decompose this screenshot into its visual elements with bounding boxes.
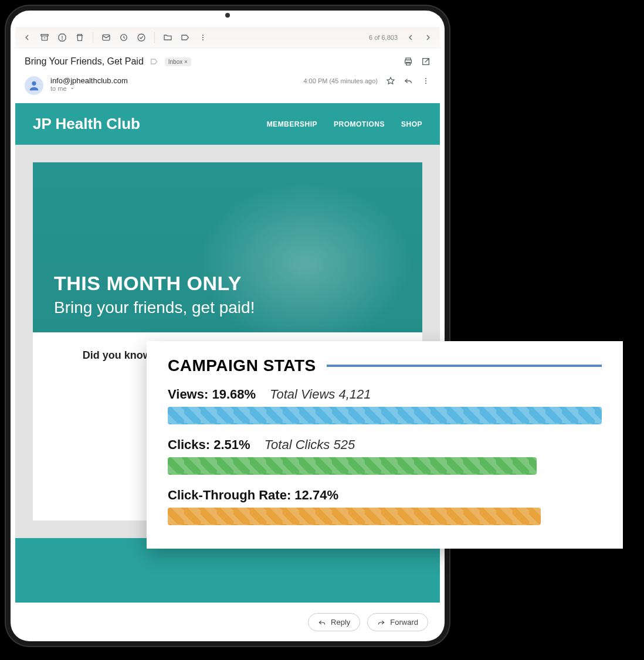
- hero-banner: THIS MONTH ONLY Bring your friends, get …: [33, 162, 422, 332]
- inbox-chip[interactable]: Inbox ×: [165, 57, 191, 66]
- reply-button[interactable]: Reply: [308, 613, 360, 631]
- tablet-frame: 6 of 6,803 Bring Your Friends, Get Paid …: [5, 5, 450, 647]
- stat-clicks-total: Total Clicks 525: [265, 437, 355, 453]
- nav-membership[interactable]: MEMBERSHIP: [267, 120, 317, 128]
- stat-clicks-label: Clicks: 2.51%: [168, 437, 250, 453]
- svg-point-14: [32, 81, 36, 86]
- back-icon[interactable]: [22, 33, 32, 42]
- message-more-icon[interactable]: [421, 76, 431, 86]
- reply-arrow-icon: [318, 618, 326, 627]
- delete-icon[interactable]: [75, 33, 84, 42]
- pager-next-icon[interactable]: [423, 33, 433, 42]
- stats-title-line: [327, 365, 602, 367]
- pager-prev-icon[interactable]: [406, 33, 415, 42]
- stat-clicks: Clicks: 2.51% Total Clicks 525: [168, 437, 602, 475]
- nav-shop[interactable]: SHOP: [401, 120, 422, 128]
- reply-icon[interactable]: [404, 76, 413, 86]
- open-new-window-icon[interactable]: [421, 57, 431, 66]
- brand-nav: MEMBERSHIP PROMOTIONS SHOP: [267, 120, 422, 128]
- email-subject: Bring Your Friends, Get Paid: [25, 56, 144, 67]
- brand-bar: JP Health Club MEMBERSHIP PROMOTIONS SHO…: [15, 103, 440, 145]
- email-toolbar: 6 of 6,803: [15, 27, 440, 48]
- hero-subtitle: Bring your friends, get paid!: [54, 298, 401, 317]
- stat-clicks-bar: [168, 457, 537, 475]
- stat-views: Views: 19.68% Total Views 4,121: [168, 387, 602, 424]
- svg-point-15: [425, 78, 426, 79]
- forward-button[interactable]: Forward: [367, 613, 428, 631]
- svg-point-16: [425, 80, 426, 81]
- campaign-stats-card: CAMPAIGN STATS Views: 19.68% Total Views…: [147, 341, 623, 549]
- important-marker-icon[interactable]: [150, 57, 159, 66]
- svg-point-6: [138, 34, 145, 41]
- hero-title: THIS MONTH ONLY: [54, 272, 401, 295]
- archive-icon[interactable]: [40, 33, 49, 42]
- brand-title: JP Health Club: [33, 115, 140, 133]
- forward-label: Forward: [390, 618, 418, 627]
- forward-arrow-icon: [377, 618, 385, 627]
- svg-point-17: [425, 83, 426, 84]
- more-icon[interactable]: [198, 33, 208, 42]
- reply-row: Reply Forward: [15, 603, 440, 634]
- spam-icon[interactable]: [57, 33, 67, 42]
- toolbar-divider: [154, 32, 155, 43]
- svg-point-9: [202, 39, 204, 40]
- stats-title: CAMPAIGN STATS: [168, 356, 316, 375]
- stat-views-bar: [168, 407, 602, 424]
- star-icon[interactable]: [386, 76, 395, 86]
- add-task-icon[interactable]: [137, 33, 146, 42]
- mark-unread-icon[interactable]: [101, 33, 111, 42]
- subject-row: Bring Your Friends, Get Paid Inbox ×: [15, 48, 440, 73]
- print-icon[interactable]: [404, 57, 413, 66]
- stat-views-total: Total Views 4,121: [270, 387, 371, 402]
- stat-ctr-label: Click-Through Rate: 12.74%: [168, 488, 338, 503]
- snooze-icon[interactable]: [119, 33, 128, 42]
- sender-email: info@jphealthclub.com: [50, 76, 128, 85]
- svg-point-3: [62, 39, 63, 39]
- email-time: 4:00 PM (45 minutes ago): [303, 77, 378, 84]
- reply-label: Reply: [331, 618, 350, 627]
- to-line: to me: [50, 85, 67, 92]
- pager-text: 6 of 6,803: [369, 34, 398, 41]
- nav-promotions[interactable]: PROMOTIONS: [334, 120, 385, 128]
- stat-ctr-bar: [168, 508, 541, 525]
- labels-icon[interactable]: [181, 33, 190, 42]
- stat-views-label: Views: 19.68%: [168, 387, 256, 402]
- move-to-icon[interactable]: [163, 33, 172, 42]
- avatar: [25, 76, 43, 95]
- stat-ctr: Click-Through Rate: 12.74%: [168, 488, 602, 525]
- toolbar-divider: [93, 32, 93, 43]
- chevron-down-icon[interactable]: [69, 86, 75, 91]
- tablet-camera: [225, 13, 230, 18]
- svg-point-7: [202, 34, 204, 35]
- sender-row: info@jphealthclub.com to me 4:00 PM (45 …: [15, 73, 440, 103]
- svg-point-8: [202, 36, 204, 38]
- svg-rect-0: [41, 34, 48, 36]
